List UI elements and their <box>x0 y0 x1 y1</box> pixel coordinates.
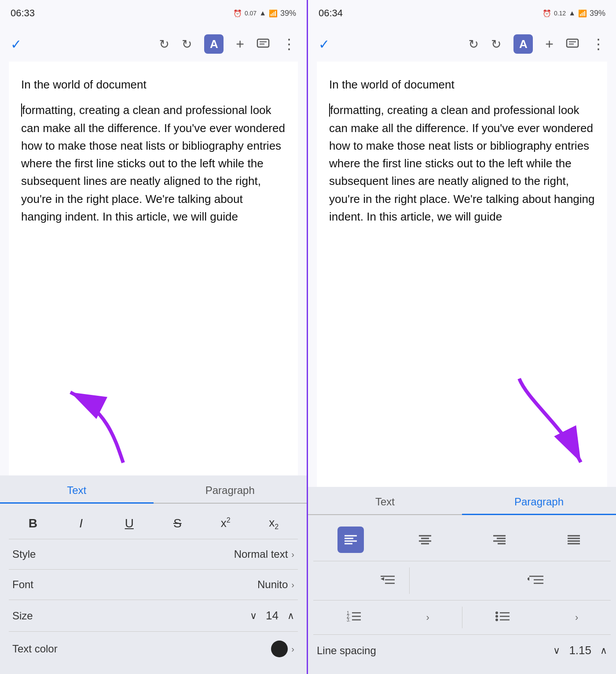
document-text-right: In the world of document formatting, cre… <box>329 76 595 225</box>
unordered-list-button-right[interactable] <box>495 609 510 626</box>
tabs-right: Text Paragraph <box>308 487 616 515</box>
tab-text-right[interactable]: Text <box>308 487 462 514</box>
battery-right: 39% <box>590 9 605 18</box>
spacing-decrease-right[interactable]: ∨ <box>553 645 560 656</box>
text-color-chevron-left: › <box>291 644 294 654</box>
ordered-list-cell-right: 1.2.3. › <box>313 607 462 628</box>
doc-para2-right: formatting, creating a clean and profess… <box>329 101 595 225</box>
undo-button-left[interactable]: ↺ <box>159 37 169 52</box>
status-icons-left: ⏰ 0.07 ▲ 📶 39% <box>233 9 296 18</box>
style-row-left: Style Normal text › <box>9 539 298 570</box>
wifi-icon-right: ▲ <box>568 9 576 17</box>
doc-para1-left: In the world of document <box>21 76 286 93</box>
unordered-list-cell-right: › <box>462 607 611 628</box>
redo-button-right[interactable]: ↻ <box>491 37 501 52</box>
toolbar-right: ✓ ↺ ↻ A + ⋮ <box>308 26 616 62</box>
strikethrough-button-left[interactable]: S <box>166 516 188 530</box>
comment-button-right[interactable] <box>566 38 579 50</box>
svg-marker-26 <box>381 577 384 581</box>
document-text-left: In the world of document formatting, cre… <box>21 76 286 225</box>
svg-text:3.: 3. <box>347 618 350 622</box>
toolbar-left-group-right: ✓ <box>319 37 330 52</box>
svg-rect-0 <box>257 39 269 47</box>
format-buttons-row-left: B I U S x2 x2 <box>9 512 298 539</box>
document-area-right: In the world of document formatting, cre… <box>317 62 607 487</box>
font-chevron-left: › <box>291 580 294 590</box>
check-button-left[interactable]: ✓ <box>11 37 22 52</box>
tab-paragraph-right[interactable]: Paragraph <box>462 487 616 514</box>
status-icons-right: ⏰ 0.12 ▲ 📶 39% <box>543 9 605 18</box>
toolbar-left: ✓ ↺ ↻ A + ⋮ <box>0 26 307 62</box>
more-button-left[interactable]: ⋮ <box>282 36 296 52</box>
size-row-left: Size ∨ 14 ∧ <box>9 600 298 632</box>
style-label-left: Style <box>12 548 36 560</box>
superscript-button-left[interactable]: x2 <box>215 516 237 530</box>
status-bar-right: 06:34 ⏰ 0.12 ▲ 📶 39% <box>308 0 616 26</box>
subscript-button-left[interactable]: x2 <box>263 516 285 531</box>
redo-button-left[interactable]: ↻ <box>182 37 192 52</box>
check-button-right[interactable]: ✓ <box>319 37 330 52</box>
left-phone-panel: 06:33 ⏰ 0.07 ▲ 📶 39% ✓ ↺ ↻ A + ⋮ In the … <box>0 0 308 674</box>
svg-point-37 <box>495 611 498 614</box>
text-color-value-left[interactable]: › <box>271 641 294 657</box>
add-button-left[interactable]: + <box>236 36 244 52</box>
spacing-controls-right: ∨ 1.15 ∧ <box>553 644 607 657</box>
bottom-panel-left: Text Paragraph B I U S x2 x2 Style Norma… <box>0 475 307 674</box>
text-tab-content-left: B I U S x2 x2 Style Normal text › Font N… <box>0 504 307 674</box>
italic-button-left[interactable]: I <box>70 516 92 530</box>
toolbar-left-group: ✓ <box>11 37 22 52</box>
text-color-row-left: Text color › <box>9 632 298 666</box>
line-spacing-label-right: Line spacing <box>317 645 376 657</box>
font-format-button-right[interactable]: A <box>513 34 533 54</box>
bold-button-left[interactable]: B <box>22 516 44 530</box>
data-speed-right: 0.12 <box>554 10 566 17</box>
tab-text-left[interactable]: Text <box>0 475 154 503</box>
size-label-left: Size <box>12 610 33 622</box>
ordered-list-button-right[interactable]: 1.2.3. <box>346 609 362 626</box>
align-justify-button-right[interactable] <box>561 527 587 553</box>
alarm-icon-right: ⏰ <box>543 9 551 18</box>
toolbar-right-group: ↺ ↻ A + ⋮ <box>159 34 296 54</box>
size-increase-left[interactable]: ∧ <box>287 610 294 622</box>
bottom-panel-right: Text Paragraph <box>308 487 616 674</box>
text-color-label-left: Text color <box>12 643 58 655</box>
paragraph-tab-content-right: 1.2.3. › › Line spacing ∨ 1.15 ∧ <box>308 515 616 674</box>
line-spacing-row-right: Line spacing ∨ 1.15 ∧ <box>313 635 611 666</box>
add-button-right[interactable]: + <box>545 36 554 52</box>
indent-decrease-button-right[interactable] <box>366 567 410 594</box>
alarm-icon-left: ⏰ <box>233 9 242 18</box>
size-decrease-left[interactable]: ∨ <box>250 610 257 622</box>
tab-paragraph-left[interactable]: Paragraph <box>154 475 307 503</box>
unordered-list-chevron-right[interactable]: › <box>575 612 578 623</box>
style-chevron-left: › <box>291 549 294 560</box>
comment-button-left[interactable] <box>257 38 270 50</box>
time-left: 06:33 <box>11 7 35 19</box>
underline-button-left[interactable]: U <box>118 516 140 530</box>
spacing-increase-right[interactable]: ∧ <box>600 645 607 656</box>
document-area-left: In the world of document formatting, cre… <box>9 62 298 475</box>
font-value-left[interactable]: Nunito › <box>257 578 294 591</box>
svg-point-39 <box>495 615 498 618</box>
indent-increase-button-right[interactable] <box>514 567 558 594</box>
signal-icon-right: 📶 <box>578 9 587 18</box>
size-value-left: 14 <box>266 609 279 622</box>
doc-para1-right: In the world of document <box>329 76 595 93</box>
indent-row-right <box>313 561 611 600</box>
size-controls-left: ∨ 14 ∧ <box>250 609 294 622</box>
status-bar-left: 06:33 ⏰ 0.07 ▲ 📶 39% <box>0 0 307 26</box>
list-row-right: 1.2.3. › › <box>313 600 611 635</box>
undo-button-right[interactable]: ↺ <box>469 37 479 52</box>
svg-point-41 <box>495 619 498 621</box>
style-value-left[interactable]: Normal text › <box>234 548 294 560</box>
toolbar-right-group-right: ↺ ↻ A + ⋮ <box>469 34 605 54</box>
ordered-list-chevron-right[interactable]: › <box>426 612 429 623</box>
font-format-button-left[interactable]: A <box>204 34 224 54</box>
more-button-right[interactable]: ⋮ <box>591 36 605 52</box>
data-speed-left: 0.07 <box>245 10 257 17</box>
spacing-value-right: 1.15 <box>569 644 591 657</box>
svg-marker-30 <box>528 577 529 581</box>
right-phone-panel: 06:34 ⏰ 0.12 ▲ 📶 39% ✓ ↺ ↻ A + ⋮ In the … <box>308 0 616 674</box>
align-center-button-right[interactable] <box>412 527 438 553</box>
align-left-button-right[interactable] <box>337 527 364 553</box>
align-right-button-right[interactable] <box>486 527 513 553</box>
